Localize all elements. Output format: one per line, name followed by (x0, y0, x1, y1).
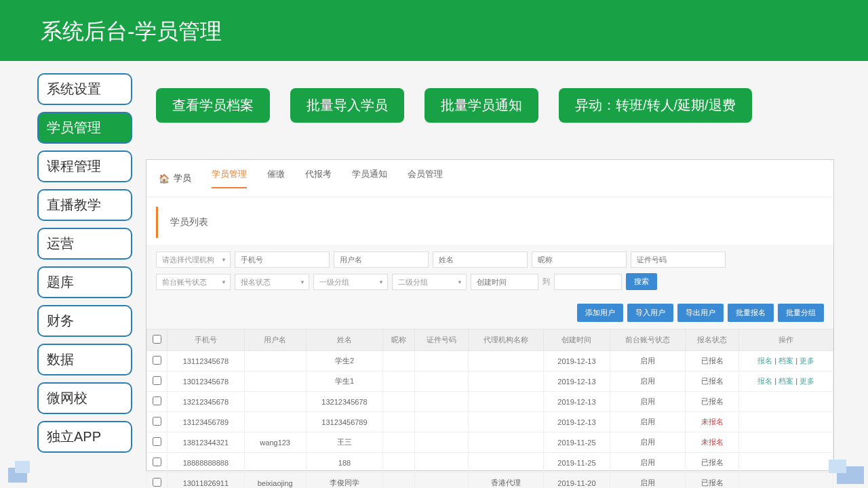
cell-id (414, 473, 468, 489)
cell-phone: 13123456789 (167, 412, 245, 432)
breadcrumb-home[interactable]: 🏠 学员 (159, 172, 191, 184)
table-row: 13011826911 beixiaojing 李俊同学 香港代理 2019-1… (147, 473, 833, 489)
tab-3[interactable]: 学员通知 (352, 168, 387, 188)
agency-select[interactable]: 请选择代理机构 (156, 251, 231, 268)
enroll-status-select[interactable]: 报名状态 (235, 274, 309, 290)
breadcrumb-label: 学员 (174, 172, 191, 184)
home-icon: 🏠 (159, 174, 170, 184)
cell-nick (383, 412, 414, 432)
cell-nick (383, 473, 414, 489)
sidebar-item-1[interactable]: 学员管理 (37, 112, 132, 144)
cell-enroll: 已报名 (686, 392, 739, 412)
cell-enroll: 已报名 (686, 371, 739, 392)
action-enroll[interactable]: 报名 (757, 357, 772, 365)
action-file[interactable]: 档案 (778, 377, 793, 385)
cell-actions (739, 473, 833, 489)
table-row: 13212345678 13212345678 2019-12-13 启用 已报… (147, 392, 833, 412)
account-status-select[interactable]: 前台账号状态 (156, 274, 231, 290)
cell-nick (383, 392, 414, 412)
idcard-input[interactable] (631, 251, 726, 268)
realname-input[interactable] (433, 251, 528, 268)
group2-select[interactable]: 二级分组 (392, 274, 467, 290)
nickname-input[interactable] (532, 251, 627, 268)
cell-agency (468, 432, 544, 453)
cell-agency (468, 412, 544, 432)
cell-phone: 13012345678 (167, 371, 245, 392)
table-header: 创建时间 (544, 329, 610, 351)
search-button[interactable]: 搜索 (626, 273, 657, 290)
cell-date: 2019-12-13 (544, 412, 610, 432)
sidebar-item-4[interactable]: 运营 (37, 228, 132, 260)
bulk-button-2[interactable]: 导出用户 (677, 304, 724, 322)
table-header: 用户名 (244, 329, 306, 351)
cell-phone: 13212345678 (167, 392, 245, 412)
action-enroll[interactable]: 报名 (757, 377, 772, 385)
row-check[interactable] (153, 396, 161, 405)
subtitle: 学员列表 (156, 207, 833, 238)
create-time-to[interactable] (554, 274, 622, 290)
bulk-button-1[interactable]: 导入用户 (627, 304, 673, 322)
row-check[interactable] (153, 478, 161, 487)
cell-phone: 18888888888 (167, 453, 245, 473)
cell-name: 王三 (306, 432, 383, 453)
cell-date: 2019-12-13 (544, 371, 610, 392)
action-button-1[interactable]: 批量导入学员 (290, 88, 404, 123)
cell-nick (383, 351, 414, 371)
sidebar-item-3[interactable]: 直播教学 (37, 189, 132, 221)
cell-user (244, 453, 306, 473)
create-time-from[interactable] (471, 274, 538, 290)
sidebar-item-8[interactable]: 微网校 (37, 382, 132, 414)
cell-status: 启用 (610, 432, 686, 453)
row-check[interactable] (153, 417, 161, 426)
table-header: 手机号 (167, 329, 245, 351)
action-button-0[interactable]: 查看学员档案 (156, 88, 270, 123)
username-input[interactable] (334, 251, 429, 268)
main-panel: 🏠 学员 学员管理催缴代报考学员通知会员管理 学员列表 请选择代理机构 前台账号… (146, 159, 834, 471)
row-check[interactable] (153, 356, 161, 365)
row-check[interactable] (153, 376, 161, 385)
group1-select[interactable]: 一级分组 (313, 274, 388, 290)
cell-name: 学生1 (306, 371, 383, 392)
bulk-button-3[interactable]: 批量报名 (728, 304, 774, 322)
cell-enroll: 已报名 (686, 453, 739, 473)
tab-4[interactable]: 会员管理 (408, 168, 443, 188)
sidebar-item-5[interactable]: 题库 (37, 266, 132, 298)
table-row: 13812344321 wang123 王三 2019-11-25 启用 未报名 (147, 432, 833, 453)
cell-id (414, 392, 468, 412)
cell-enroll: 未报名 (686, 412, 739, 432)
phone-input[interactable] (235, 251, 330, 268)
filters: 请选择代理机构 前台账号状态 报名状态 一级分组 二级分组 到 搜索 (146, 245, 833, 297)
row-check[interactable] (153, 437, 161, 446)
sidebar-item-6[interactable]: 财务 (37, 305, 132, 337)
sidebar-item-7[interactable]: 数据 (37, 344, 132, 375)
action-button-2[interactable]: 批量学员通知 (425, 88, 538, 123)
cell-actions (739, 453, 833, 473)
cell-status: 启用 (610, 371, 686, 392)
tab-2[interactable]: 代报考 (305, 168, 332, 188)
cell-actions (739, 432, 833, 453)
cell-id (414, 371, 468, 392)
tab-1[interactable]: 催缴 (267, 168, 285, 188)
tab-0[interactable]: 学员管理 (212, 168, 247, 188)
action-button-3[interactable]: 异动：转班/转人/延期/退费 (559, 88, 752, 123)
to-label: 到 (542, 277, 550, 287)
cell-phone: 13812344321 (167, 432, 245, 453)
cell-actions (739, 392, 833, 412)
action-more[interactable]: 更多 (800, 357, 814, 365)
cell-date: 2019-12-13 (544, 392, 610, 412)
bulk-button-4[interactable]: 批量分组 (778, 304, 824, 322)
row-check[interactable] (153, 458, 161, 466)
sidebar: 系统设置学员管理课程管理直播教学运营题库财务数据微网校独立APP (37, 73, 132, 460)
sidebar-item-9[interactable]: 独立APP (37, 421, 132, 453)
cell-enroll: 已报名 (686, 351, 739, 371)
bulk-button-0[interactable]: 添加用户 (577, 304, 623, 322)
action-file[interactable]: 档案 (778, 357, 793, 365)
cell-agency: 香港代理 (468, 473, 544, 489)
sidebar-item-0[interactable]: 系统设置 (37, 73, 132, 105)
cell-agency (468, 392, 544, 412)
action-more[interactable]: 更多 (800, 377, 814, 385)
cell-user: wang123 (244, 432, 306, 453)
cell-id (414, 351, 468, 371)
check-all[interactable] (153, 335, 161, 344)
sidebar-item-2[interactable]: 课程管理 (37, 150, 132, 182)
